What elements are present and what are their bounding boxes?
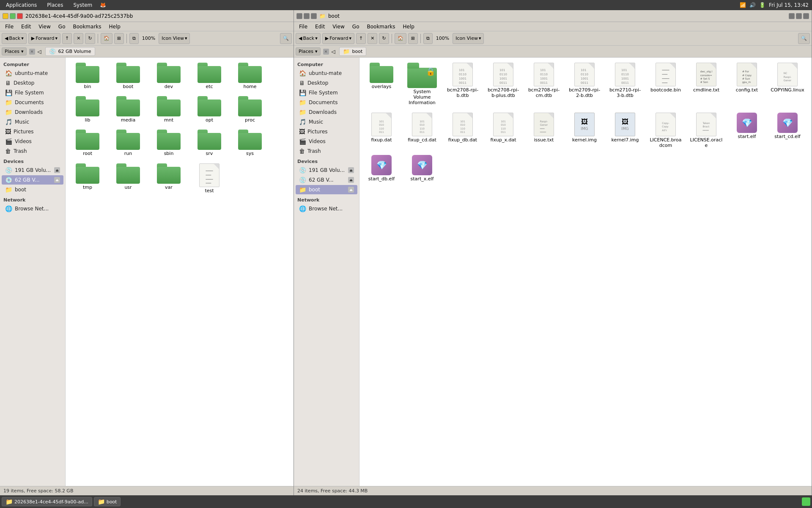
sidebar-item-downloads-right[interactable]: 📁 Downloads — [296, 108, 357, 117]
sidebar-item-filesystem-right[interactable]: 💾 File System — [296, 88, 357, 97]
file-bcm2710-3-b[interactable]: 101011010010011 bcm2710-rpi-3-b.dtb — [606, 61, 644, 108]
toggle-button-left[interactable]: ⧉ — [129, 33, 139, 44]
location-crumb-left[interactable]: 💿 62 GB Volume — [45, 47, 95, 56]
location-crumb-right[interactable]: 📁 boot — [339, 47, 367, 56]
file-kernel-img[interactable]: 🖼 IMG kernel.img — [566, 111, 603, 150]
menu-view-left[interactable]: View — [35, 23, 54, 30]
sidebar-item-desktop-left[interactable]: 🖥 Desktop — [2, 78, 63, 88]
file-dev[interactable]: dev — [150, 61, 187, 91]
file-proc[interactable]: proc — [231, 94, 269, 124]
nav-left-left[interactable]: ◁ — [38, 49, 43, 54]
sidebar-item-videos-right[interactable]: 🎬 Videos — [296, 137, 357, 146]
file-tmp[interactable]: tmp — [69, 162, 106, 195]
menu-file-left[interactable]: File — [2, 23, 17, 30]
close-button[interactable] — [17, 13, 23, 19]
sidebar-item-music-left[interactable]: 🎵 Music — [2, 117, 63, 127]
left-file-view[interactable]: bin boot dev etc — [66, 58, 294, 486]
menu-edit-right[interactable]: Edit — [312, 23, 328, 30]
file-run[interactable]: run — [110, 128, 147, 158]
eject-62-left[interactable]: ⏏ — [54, 177, 60, 183]
file-media[interactable]: media — [110, 94, 147, 124]
sidebar-item-boot-left[interactable]: 📁 boot — [2, 185, 63, 194]
sidebar-item-pictures-left[interactable]: 🖼 Pictures — [2, 127, 63, 136]
refresh-button-left[interactable]: ↻ — [85, 33, 95, 44]
taskbar-item-right[interactable]: 📁 boot — [94, 497, 121, 506]
sidebar-item-videos-left[interactable]: 🎬 Videos — [2, 137, 63, 146]
file-opt[interactable]: opt — [191, 94, 228, 124]
sidebar-item-filesystem-left[interactable]: 💾 File System — [2, 88, 63, 97]
file-sys[interactable]: sys — [231, 128, 269, 158]
file-fixup-x[interactable]: 101010110011 fixup_x.dat — [485, 111, 522, 150]
back-button-left[interactable]: ◀ Back ▾ — [2, 33, 27, 44]
back-button-right[interactable]: ◀ Back ▾ — [296, 33, 321, 44]
right-file-view[interactable]: overlays 🔒 System Volume Information — [359, 58, 812, 486]
file-lib[interactable]: lib — [69, 94, 106, 124]
file-cmdline[interactable]: dwc_otg.lconsole=# Set S# Son cmdline.tx… — [688, 61, 725, 108]
file-fixup-db[interactable]: 101010110011 fixup_db.dat — [444, 111, 481, 150]
sidebar-item-62gb-right[interactable]: 💿 62 GB V... ⏏ — [296, 175, 357, 185]
sidebar-item-documents-left[interactable]: 📁 Documents — [2, 98, 63, 107]
browser-icon[interactable]: 🦊 — [100, 2, 106, 8]
sidebar-item-documents-right[interactable]: 📁 Documents — [296, 98, 357, 107]
toggle-button-right[interactable]: ⧉ — [423, 33, 433, 44]
sidebar-item-191gb-right[interactable]: 💿 191 GB Volu... ⏏ — [296, 166, 357, 175]
stop-button-right[interactable]: ✕ — [368, 33, 377, 44]
file-kernel7-img[interactable]: 🖼 IMG kernel7.img — [606, 111, 644, 150]
file-issue[interactable]: Raspi-Gener━━━━━━━ issue.txt — [525, 111, 562, 150]
search-button-left[interactable]: 🔍 — [280, 33, 292, 44]
file-license-oracle[interactable]: TakenBract━━━━ LICENSE.oracle — [688, 111, 725, 150]
maximize-button-right[interactable] — [304, 13, 310, 19]
file-fixup[interactable]: 101010110011 fixup.dat — [363, 111, 400, 150]
grid-button-left[interactable]: ⊞ — [114, 33, 124, 44]
win-btn-r1[interactable] — [789, 13, 795, 19]
file-bcm2708-b[interactable]: 101011010010011 bcm2708-rpi-b.dtb — [444, 61, 481, 108]
file-bootcode[interactable]: ━━━━━━━━━━━━━━ bootcode.bin — [647, 61, 684, 108]
file-bin[interactable]: bin — [69, 61, 106, 91]
menu-bookmarks-right[interactable]: Bookmarks — [363, 23, 398, 30]
file-bcm2709-2-b[interactable]: 101011010010011 bcm2709-rpi-2-b.dtb — [566, 61, 603, 108]
close-places-right[interactable]: ✕ — [323, 49, 329, 55]
menu-edit-left[interactable]: Edit — [18, 23, 34, 30]
sidebar-item-trash-left[interactable]: 🗑 Trash — [2, 146, 63, 156]
sidebar-item-music-right[interactable]: 🎵 Music — [296, 117, 357, 127]
stop-button-left[interactable]: ✕ — [74, 33, 83, 44]
file-start-db-elf[interactable]: 💎 start_db.elf — [363, 153, 400, 183]
menu-bookmarks-left[interactable]: Bookmarks — [69, 23, 104, 30]
file-etc[interactable]: etc — [191, 61, 228, 91]
menu-file-right[interactable]: File — [296, 23, 311, 30]
places-toggle-left[interactable]: Places▾ — [2, 47, 27, 55]
file-bcm2708-cm[interactable]: 101011010010011 bcm2708-rpi-cm.dtb — [525, 61, 562, 108]
win-btn-r2[interactable] — [796, 13, 802, 19]
system-menu[interactable]: System — [71, 2, 95, 8]
file-system-volume-info[interactable]: 🔒 System Volume Information — [403, 61, 441, 108]
search-button-right[interactable]: 🔍 — [798, 33, 810, 44]
menu-go-right[interactable]: Go — [349, 23, 363, 30]
forward-button-right[interactable]: ▶ Forward ▾ — [322, 33, 354, 44]
sidebar-item-boot-right[interactable]: 📁 boot ⏏ — [296, 185, 357, 194]
menu-view-right[interactable]: View — [329, 23, 348, 30]
sidebar-item-ubuntu-mate-right[interactable]: 🏠 ubuntu-mate — [296, 69, 357, 78]
eject-191-left[interactable]: ⏏ — [54, 167, 60, 173]
file-fixup-cd[interactable]: 101010110011 fixup_cd.dat — [403, 111, 441, 150]
file-srv[interactable]: srv — [191, 128, 228, 158]
eject-boot-right[interactable]: ⏏ — [348, 187, 354, 193]
sidebar-item-191gb-left[interactable]: 💿 191 GB Volu... ⏏ — [2, 166, 63, 175]
file-root[interactable]: root — [69, 128, 106, 158]
sidebar-item-downloads-left[interactable]: 📁 Downloads — [2, 108, 63, 117]
win-btn-r3[interactable] — [803, 13, 809, 19]
places-menu[interactable]: Places — [44, 2, 66, 8]
eject-191-right[interactable]: ⏏ — [348, 167, 354, 173]
taskbar-item-left[interactable]: 📁 202638e1-4ce4-45df-9a00-ad... — [2, 497, 92, 506]
menu-go-left[interactable]: Go — [55, 23, 69, 30]
file-bcm2708-b-plus[interactable]: 101011010010011 bcm2708-rpi-b-plus.dtb — [485, 61, 522, 108]
maximize-button[interactable] — [10, 13, 16, 19]
close-places-left[interactable]: ✕ — [29, 49, 35, 55]
minimize-button-right[interactable] — [296, 13, 302, 19]
sidebar-item-browsenet-left[interactable]: 🌐 Browse Net... — [2, 204, 63, 213]
file-licence-broadcom[interactable]: Copy-CopyAll'r LICENCE.broadcom — [647, 111, 684, 150]
eject-62-right[interactable]: ⏏ — [348, 177, 354, 183]
home-button-left[interactable]: 🏠 — [101, 33, 112, 44]
file-start-cd-elf[interactable]: 💎 start_cd.elf — [769, 111, 806, 150]
sidebar-item-trash-right[interactable]: 🗑 Trash — [296, 146, 357, 156]
file-copying-linux[interactable]: NCRaspi-Gener COPYING.linux — [769, 61, 806, 108]
